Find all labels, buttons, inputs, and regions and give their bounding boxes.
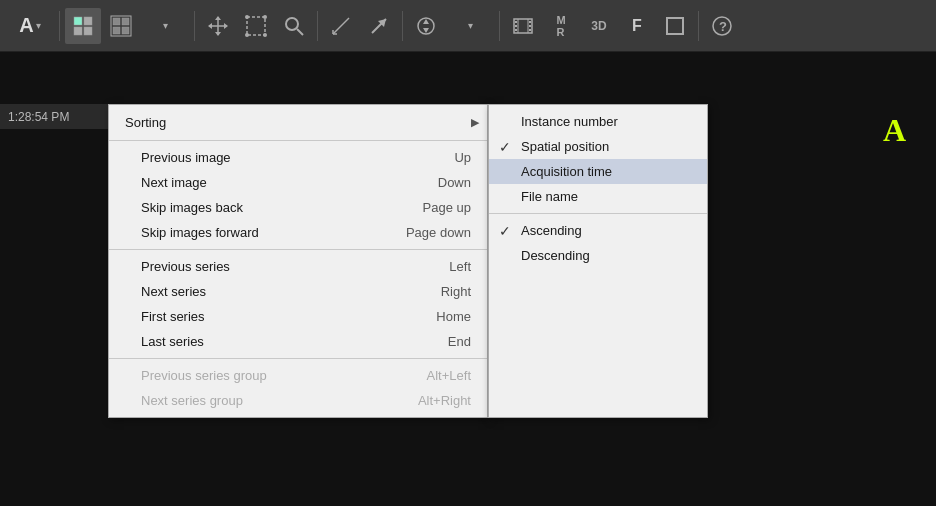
mr-label: MR [556, 14, 565, 38]
help-button[interactable]: ? [704, 8, 740, 44]
next-series-shortcut: Right [441, 284, 471, 299]
file-name-label: File name [521, 189, 691, 204]
pages-icon [72, 15, 94, 37]
svg-rect-15 [247, 17, 265, 35]
spatial-position-label: Spatial position [521, 139, 691, 154]
svg-point-18 [245, 33, 249, 37]
move-button[interactable] [200, 8, 236, 44]
zoom-icon [283, 15, 305, 37]
svg-marker-14 [224, 23, 228, 29]
3d-button[interactable]: 3D [581, 8, 617, 44]
submenu-item-descending[interactable]: Descending [489, 243, 707, 268]
menu-item-next-series-group[interactable]: Next series group Alt+Right [109, 388, 487, 413]
sep5 [499, 11, 500, 41]
svg-point-17 [263, 15, 267, 19]
menu-container: Sorting ▶ Previous image Up Next image D… [108, 104, 708, 418]
svg-marker-28 [423, 19, 429, 24]
film-button[interactable] [505, 8, 541, 44]
help-icon: ? [711, 15, 733, 37]
func-button[interactable]: F [619, 8, 655, 44]
arrow-icon [368, 15, 390, 37]
previous-series-shortcut: Left [449, 259, 471, 274]
menu-item-previous-series-group[interactable]: Previous series group Alt+Left [109, 363, 487, 388]
sep1 [59, 11, 60, 41]
svg-rect-8 [122, 27, 129, 34]
svg-rect-0 [74, 17, 82, 25]
submenu-divider [489, 213, 707, 214]
measure-button[interactable] [323, 8, 359, 44]
frame-icon [664, 15, 686, 37]
skip-images-forward-shortcut: Page down [406, 225, 471, 240]
ascending-label: Ascending [521, 223, 691, 238]
svg-point-20 [286, 18, 298, 30]
submenu-item-acquisition-time[interactable]: Acquisition time [489, 159, 707, 184]
skip-images-back-label: Skip images back [141, 200, 383, 215]
svg-marker-11 [215, 16, 221, 20]
3d-label: 3D [591, 19, 606, 33]
watermark-a: A [883, 112, 906, 149]
font-icon: A [19, 14, 33, 37]
font-button[interactable]: A ▾ [6, 8, 54, 44]
sorting-label: Sorting [125, 115, 166, 130]
menu-item-next-image[interactable]: Next image Down [109, 170, 487, 195]
pages2-button[interactable] [103, 8, 139, 44]
main-area: 1:28:54 PM A Sorting ▶ Previous image Up… [0, 52, 936, 506]
svg-rect-33 [515, 21, 517, 23]
menu-item-first-series[interactable]: First series Home [109, 304, 487, 329]
divider-3 [109, 358, 487, 359]
menu-item-previous-image[interactable]: Previous image Up [109, 145, 487, 170]
last-series-shortcut: End [448, 334, 471, 349]
next-image-label: Next image [141, 175, 398, 190]
menu-item-skip-images-back[interactable]: Skip images back Page up [109, 195, 487, 220]
frame-button[interactable] [657, 8, 693, 44]
select-button[interactable] [238, 8, 274, 44]
nav-icon [415, 15, 437, 37]
toolbar: A ▾ ▾ [0, 0, 936, 52]
acquisition-time-label: Acquisition time [521, 164, 691, 179]
sep3 [317, 11, 318, 41]
svg-rect-2 [74, 27, 82, 35]
divider-2 [109, 249, 487, 250]
svg-rect-1 [84, 17, 92, 25]
svg-rect-3 [84, 27, 92, 35]
submenu-item-file-name[interactable]: File name [489, 184, 707, 209]
skip-images-back-shortcut: Page up [423, 200, 471, 215]
svg-rect-37 [529, 25, 531, 27]
next-series-label: Next series [141, 284, 401, 299]
last-series-label: Last series [141, 334, 408, 349]
dropdown1-button[interactable]: ▾ [141, 8, 189, 44]
measure-icon [330, 15, 352, 37]
film-icon [512, 15, 534, 37]
sep4 [402, 11, 403, 41]
first-series-label: First series [141, 309, 396, 324]
menu-item-previous-series[interactable]: Previous series Left [109, 254, 487, 279]
svg-rect-34 [515, 25, 517, 27]
divider-1 [109, 140, 487, 141]
mr-button[interactable]: MR [543, 8, 579, 44]
menu-item-last-series[interactable]: Last series End [109, 329, 487, 354]
pages-button[interactable] [65, 8, 101, 44]
menu-item-skip-images-forward[interactable]: Skip images forward Page down [109, 220, 487, 245]
svg-rect-36 [529, 21, 531, 23]
skip-images-forward-label: Skip images forward [141, 225, 366, 240]
dropdown2-button[interactable]: ▾ [446, 8, 494, 44]
submenu-item-ascending[interactable]: ✓ Ascending [489, 218, 707, 243]
zoom-button[interactable] [276, 8, 312, 44]
submenu-item-instance-number[interactable]: Instance number [489, 109, 707, 134]
arrow-button[interactable] [361, 8, 397, 44]
secondary-menu: Instance number ✓ Spatial position Acqui… [488, 104, 708, 418]
svg-marker-29 [423, 28, 429, 33]
sorting-menu-item[interactable]: Sorting ▶ [109, 109, 487, 136]
svg-point-16 [245, 15, 249, 19]
menu-item-next-series[interactable]: Next series Right [109, 279, 487, 304]
nav-button[interactable] [408, 8, 444, 44]
svg-marker-13 [208, 23, 212, 29]
sep2 [194, 11, 195, 41]
first-series-shortcut: Home [436, 309, 471, 324]
move-icon [207, 15, 229, 37]
pages2-icon [110, 15, 132, 37]
svg-rect-5 [113, 18, 120, 25]
time-display: 1:28:54 PM [8, 110, 69, 124]
submenu-item-spatial-position[interactable]: ✓ Spatial position [489, 134, 707, 159]
primary-menu: Sorting ▶ Previous image Up Next image D… [108, 104, 488, 418]
